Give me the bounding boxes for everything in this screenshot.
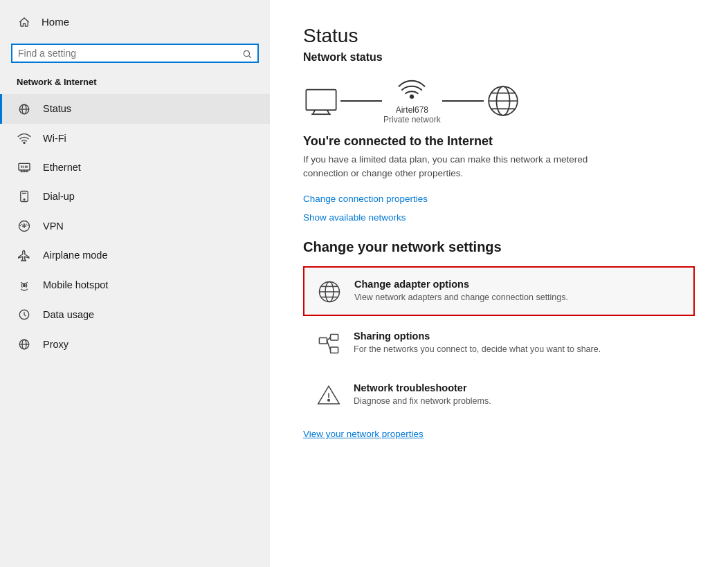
sidebar-item-status-label: Status	[43, 103, 71, 114]
svg-point-0	[244, 50, 249, 56]
network-type: Private network	[383, 115, 441, 124]
sidebar-home-button[interactable]: Home	[0, 6, 270, 38]
datausage-icon	[17, 308, 32, 322]
connected-sub: If you have a limited data plan, you can…	[303, 153, 635, 181]
ethernet-icon	[17, 161, 32, 174]
svg-line-42	[327, 341, 330, 351]
sidebar-item-wifi[interactable]: Wi-Fi	[0, 124, 270, 153]
sidebar-item-hotspot-label: Mobile hotspot	[43, 279, 108, 290]
svg-point-5	[24, 142, 25, 144]
sidebar-item-datausage[interactable]: Data usage	[0, 300, 270, 330]
hotspot-icon	[17, 279, 32, 292]
sidebar: Home Network & Internet Status	[0, 0, 270, 567]
svg-rect-23	[306, 90, 336, 110]
sidebar-item-dialup[interactable]: Dial-up	[0, 182, 270, 212]
globe-icon	[17, 102, 32, 115]
airplane-icon	[17, 249, 32, 262]
computer-icon	[303, 85, 339, 117]
sharing-card-text: Sharing options For the networks you con…	[354, 331, 601, 356]
troubleshooter-card-sub: Diagnose and fix network problems.	[354, 396, 491, 408]
troubleshooter-card-title: Network troubleshooter	[354, 382, 491, 393]
network-status-heading: Network status	[303, 51, 695, 64]
sidebar-item-airplane-label: Airplane mode	[43, 250, 108, 261]
adapter-card-text: Change adapter options View network adap…	[354, 279, 568, 304]
home-icon	[17, 15, 32, 28]
net-line-right	[442, 100, 484, 102]
network-name: Airtel678	[396, 105, 428, 115]
svg-rect-38	[319, 338, 327, 344]
svg-line-24	[313, 110, 315, 114]
sidebar-item-status[interactable]: Status	[0, 94, 270, 124]
sidebar-item-vpn-label: VPN	[43, 221, 64, 232]
sharing-icon	[316, 332, 341, 355]
dialup-icon	[17, 190, 32, 203]
svg-point-16	[24, 199, 25, 201]
sidebar-item-ethernet[interactable]: Ethernet	[0, 153, 270, 182]
troubleshooter-card[interactable]: Network troubleshooter Diagnose and fix …	[303, 371, 695, 420]
sidebar-item-vpn[interactable]: VPN	[0, 211, 270, 241]
svg-point-18	[24, 284, 26, 286]
svg-line-25	[327, 110, 329, 114]
proxy-icon	[17, 337, 32, 351]
adapter-card-sub: View network adapters and change connect…	[354, 292, 568, 304]
main-content: Status Network status Airtel678	[270, 0, 728, 567]
net-line-left	[340, 100, 382, 102]
sidebar-item-dialup-label: Dial-up	[43, 191, 75, 202]
network-properties-link[interactable]: View your network properties	[303, 429, 695, 439]
search-input[interactable]	[18, 48, 242, 59]
sharing-options-card[interactable]: Sharing options For the networks you con…	[303, 319, 695, 368]
troubleshooter-card-text: Network troubleshooter Diagnose and fix …	[354, 382, 491, 408]
sharing-card-title: Sharing options	[354, 331, 601, 342]
sidebar-item-proxy[interactable]: Proxy	[0, 329, 270, 359]
home-label: Home	[42, 16, 69, 28]
vpn-icon	[17, 219, 32, 232]
connected-heading: You're connected to the Internet	[303, 134, 695, 149]
troubleshooter-icon	[316, 384, 341, 407]
change-settings-heading: Change your network settings	[303, 239, 695, 255]
sidebar-section-title: Network & Internet	[0, 74, 270, 94]
svg-rect-40	[331, 347, 338, 353]
adapter-options-card[interactable]: Change adapter options View network adap…	[303, 266, 695, 317]
search-box[interactable]	[11, 44, 259, 63]
search-icon	[242, 48, 252, 59]
sidebar-item-wifi-label: Wi-Fi	[43, 133, 66, 144]
svg-rect-6	[19, 164, 30, 171]
svg-rect-39	[331, 335, 338, 341]
wifi-signal-icon	[397, 77, 427, 102]
sidebar-item-airplane[interactable]: Airplane mode	[0, 241, 270, 270]
wifi-icon	[17, 132, 32, 145]
change-connection-link[interactable]: Change connection properties	[303, 194, 695, 204]
network-diagram: Airtel678 Private network	[303, 77, 695, 124]
svg-line-1	[249, 55, 251, 57]
globe-network-icon	[485, 83, 521, 119]
sharing-card-sub: For the networks you connect to, decide …	[354, 344, 601, 356]
sidebar-item-datausage-label: Data usage	[43, 309, 94, 320]
svg-point-27	[410, 95, 413, 97]
sidebar-item-hotspot[interactable]: Mobile hotspot	[0, 270, 270, 300]
svg-point-45	[328, 399, 330, 401]
wifi-block: Airtel678 Private network	[383, 77, 441, 124]
sidebar-item-proxy-label: Proxy	[43, 339, 69, 350]
show-networks-link[interactable]: Show available networks	[303, 212, 695, 223]
adapter-card-title: Change adapter options	[354, 279, 568, 290]
adapter-icon	[317, 280, 342, 304]
page-title: Status	[303, 25, 695, 47]
sidebar-item-ethernet-label: Ethernet	[43, 162, 81, 173]
